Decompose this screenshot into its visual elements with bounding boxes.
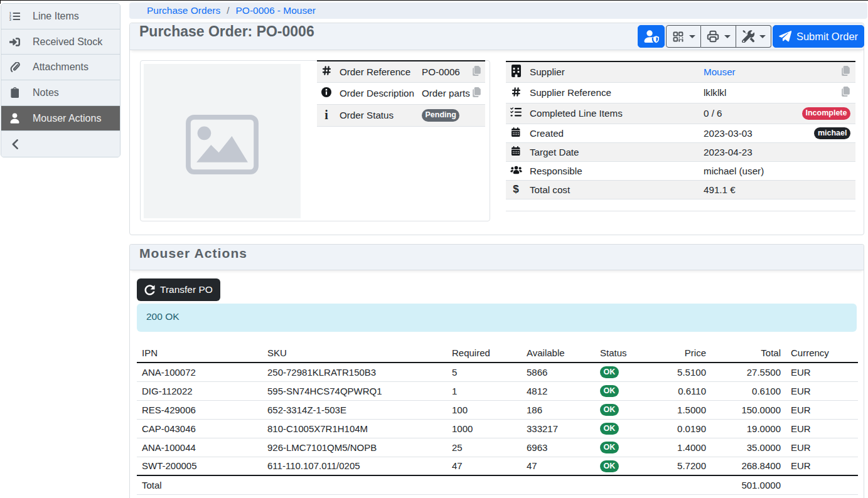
- svg-text:3: 3: [9, 18, 11, 21]
